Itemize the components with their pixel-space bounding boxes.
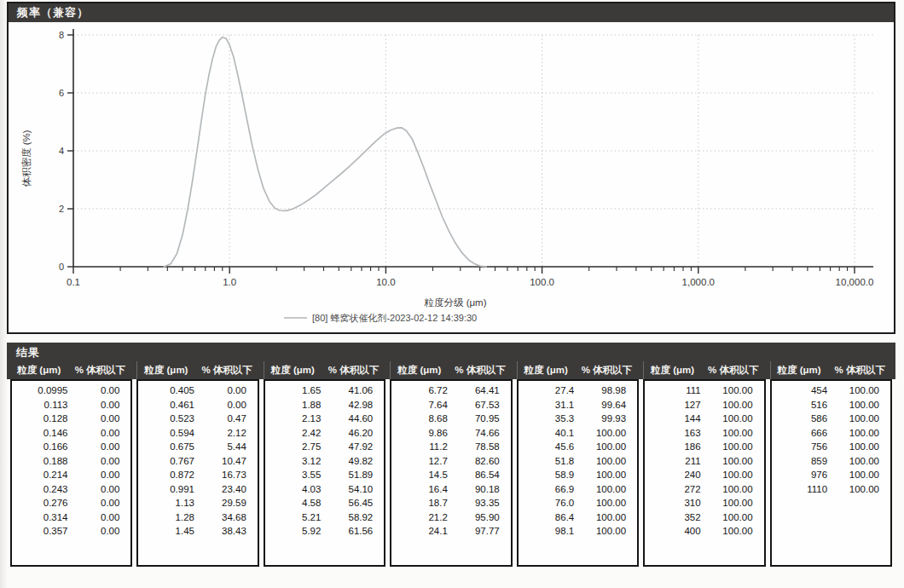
volume-under-value: 0.00 (68, 468, 131, 482)
particle-size-value: 859 (772, 454, 828, 469)
legend-label: [80] 蜂窝状催化剂-2023-02-12 14:39:30 (312, 313, 477, 323)
table-row: 76.0100.00 (519, 496, 637, 510)
table-row: 18.793.35 (391, 496, 510, 510)
volume-under-value: 100.00 (574, 482, 637, 497)
volume-under-value: 56.45 (321, 496, 384, 510)
table-row: 35.399.93 (519, 412, 637, 426)
volume-under-value: 74.66 (448, 426, 511, 441)
table-row: 6.7264.41 (391, 383, 510, 398)
particle-size-value: 27.4 (519, 383, 575, 398)
table-row: 1.1329.59 (138, 496, 257, 510)
size-column-header: 粒度 (μm) (10, 364, 67, 377)
table-row: 240100.00 (645, 468, 763, 482)
pct-column-header: % 体积以下 (322, 364, 385, 377)
volume-under-value: 100.00 (574, 454, 637, 469)
volume-under-value: 100.00 (701, 524, 764, 539)
particle-size-value: 0.0995 (12, 383, 68, 398)
particle-size-value: 2.42 (265, 426, 322, 441)
volume-under-value: 100.00 (701, 383, 764, 398)
table-row: 1.4538.43 (138, 524, 257, 539)
particle-size-value: 58.9 (519, 468, 575, 482)
table-row: 0.3140.00 (12, 510, 130, 525)
table-row: 14.586.54 (391, 468, 510, 482)
volume-under-value: 86.54 (448, 468, 511, 482)
particle-size-value: 35.3 (519, 412, 575, 426)
volume-under-value: 100.00 (574, 426, 637, 441)
particle-size-value: 163 (645, 426, 701, 441)
x-tick-label: 100.0 (530, 277, 554, 287)
volume-under-value: 23.40 (194, 482, 258, 497)
volume-under-value: 78.58 (448, 440, 511, 454)
particle-size-value: 5.21 (265, 510, 322, 525)
results-table-group: 27.498.9831.199.6435.399.9340.1100.0045.… (517, 379, 639, 567)
results-table-group: 0.4050.000.4610.000.5230.470.5942.120.67… (136, 379, 258, 567)
table-row: 127100.00 (645, 398, 763, 412)
table-row: 211100.00 (645, 454, 763, 469)
volume-under-value: 99.93 (574, 412, 637, 426)
volume-under-value: 100.00 (827, 398, 890, 412)
volume-under-value: 29.59 (194, 496, 258, 510)
chart-area: 024680.11.010.0100.01,000.010,000.0粒度分级 … (9, 22, 894, 332)
volume-under-value: 51.89 (321, 468, 384, 482)
pct-column-header: % 体积以下 (575, 364, 639, 377)
volume-under-value: 100.00 (574, 524, 637, 539)
table-row: 1.2834.68 (138, 510, 257, 525)
table-row: 586100.00 (772, 412, 890, 426)
table-row: 24.197.77 (391, 524, 510, 539)
table-row: 27.498.98 (519, 383, 637, 398)
x-axis-label: 粒度分级 (μm) (423, 297, 486, 308)
volume-under-value: 0.47 (194, 412, 258, 426)
particle-size-value: 0.461 (138, 398, 194, 412)
volume-under-value: 58.92 (321, 510, 384, 525)
size-column-header: 粒度 (μm) (391, 364, 448, 377)
volume-under-value: 0.00 (194, 398, 258, 412)
table-row: 0.1660.00 (12, 440, 130, 454)
size-column-header: 粒度 (μm) (518, 364, 575, 377)
table-row: 163100.00 (645, 426, 763, 441)
results-header-group: 粒度 (μm)% 体积以下 (770, 361, 892, 379)
table-row: 2.7547.92 (265, 440, 384, 454)
particle-size-value: 1110 (772, 482, 828, 497)
volume-under-value: 100.00 (701, 510, 764, 525)
table-row: 40.1100.00 (519, 426, 637, 441)
table-row: 8.6870.95 (391, 412, 510, 426)
x-tick-label: 1.0 (223, 277, 236, 287)
table-row: 352100.00 (645, 510, 763, 525)
particle-size-value: 40.1 (519, 426, 575, 441)
report-page: 频率（兼容） 024680.11.010.0100.01,000.010,000… (0, 0, 904, 588)
volume-under-value: 0.00 (68, 426, 131, 441)
results-table-group: 0.09950.000.1130.000.1280.000.1460.000.1… (10, 379, 132, 567)
table-row: 1.8842.98 (265, 398, 384, 412)
table-row: 0.3570.00 (12, 524, 130, 539)
frequency-chart-svg: 024680.11.010.0100.01,000.010,000.0粒度分级 … (9, 22, 894, 332)
volume-under-value: 82.60 (448, 454, 511, 469)
table-row: 0.2140.00 (12, 468, 130, 482)
volume-under-value: 95.90 (448, 510, 511, 525)
volume-under-value: 97.77 (448, 524, 511, 539)
particle-size-value: 310 (645, 496, 701, 510)
table-row: 272100.00 (645, 482, 763, 497)
frequency-curve (164, 37, 486, 267)
y-tick-label: 8 (59, 30, 64, 40)
particle-size-value: 352 (645, 510, 701, 525)
results-header-group: 粒度 (μm)% 体积以下 (136, 361, 258, 379)
y-tick-label: 4 (59, 146, 64, 156)
table-row: 5.2158.92 (265, 510, 384, 525)
volume-under-value: 42.98 (321, 398, 384, 412)
table-row: 0.1130.00 (12, 398, 130, 412)
particle-size-value: 1.45 (138, 524, 194, 539)
volume-under-value: 100.00 (701, 412, 764, 426)
table-row: 2.1344.60 (265, 412, 384, 426)
particle-size-value: 14.5 (391, 468, 448, 482)
volume-under-value: 0.00 (68, 383, 131, 398)
table-row: 16.490.18 (391, 482, 510, 497)
volume-under-value: 0.00 (68, 524, 131, 539)
table-row: 58.9100.00 (519, 468, 637, 482)
table-row: 51.8100.00 (519, 454, 637, 469)
particle-size-value: 11.2 (391, 440, 448, 454)
particle-size-value: 18.7 (391, 496, 448, 510)
table-row: 7.6467.53 (391, 398, 510, 412)
table-row: 666100.00 (772, 426, 890, 441)
volume-under-value: 100.00 (827, 426, 890, 441)
results-header-group: 粒度 (μm)% 体积以下 (517, 361, 639, 379)
